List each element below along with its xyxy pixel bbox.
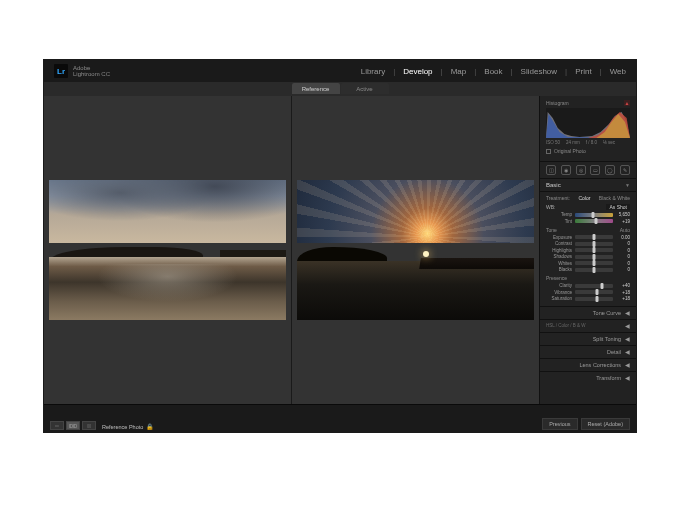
histogram-title: Histogram <box>546 100 569 106</box>
whites-value[interactable]: 0 <box>616 261 630 266</box>
histogram-section: Histogram ▲ ISO 50 24 mm f / 8.0 ⅛ sec <box>540 96 636 162</box>
chevron-down-icon: ▼ <box>625 182 630 188</box>
contrast-slider[interactable]: Contrast0 <box>546 241 630 246</box>
brush-tool-icon[interactable]: ✎ <box>620 165 630 175</box>
tab-active[interactable]: Active <box>341 83 389 94</box>
original-photo-checkbox[interactable] <box>546 149 551 154</box>
view-mode-buttons: ▭ ◫◫ ▯▯ <box>50 421 96 430</box>
reference-photo <box>49 180 286 320</box>
spot-tool-icon[interactable]: ◉ <box>561 165 571 175</box>
chevron-left-icon: ◀ <box>625 310 630 316</box>
reference-photo-indicator: Reference Photo 🔒 <box>102 423 153 430</box>
vibrance-label: Vibrance <box>546 290 572 295</box>
exif-aperture: f / 8.0 <box>586 140 597 145</box>
loupe-view-button[interactable]: ▭ <box>50 421 64 430</box>
temp-value[interactable]: 5,650 <box>616 212 630 217</box>
transform-panel-header[interactable]: Transform◀ <box>540 371 636 384</box>
contrast-value[interactable]: 0 <box>616 241 630 246</box>
before-after-button[interactable]: ▯▯ <box>82 421 96 430</box>
reference-pane[interactable] <box>44 96 291 404</box>
clarity-slider[interactable]: Clarity+40 <box>546 283 630 288</box>
clarity-label: Clarity <box>546 283 572 288</box>
chevron-left-icon: ◀ <box>625 323 630 329</box>
treatment-label: Treatment: <box>546 195 570 201</box>
clarity-value[interactable]: +40 <box>616 283 630 288</box>
brand-line2: Lightroom CC <box>73 71 110 77</box>
highlights-slider[interactable]: Highlights0 <box>546 248 630 253</box>
original-photo-row[interactable]: Original Photo <box>546 145 630 157</box>
module-slideshow[interactable]: Slideshow <box>521 67 557 76</box>
module-library[interactable]: Library <box>361 67 385 76</box>
tab-reference[interactable]: Reference <box>292 83 340 94</box>
lock-icon[interactable]: 🔒 <box>146 423 153 430</box>
basic-title: Basic <box>546 182 561 188</box>
tone-label: Tone <box>546 227 557 233</box>
blacks-slider[interactable]: Blacks0 <box>546 267 630 272</box>
whites-slider[interactable]: Whites0 <box>546 261 630 266</box>
auto-button[interactable]: Auto <box>620 227 630 233</box>
active-pane[interactable] <box>291 96 539 404</box>
tool-strip: ◫ ◉ ◎ ▭ ◯ ✎ <box>540 162 636 179</box>
lens-panel-header[interactable]: Lens Corrections◀ <box>540 358 636 371</box>
lr-logo-icon: Lr <box>54 64 68 78</box>
blacks-value[interactable]: 0 <box>616 267 630 272</box>
wb-label: WB: <box>546 204 555 210</box>
module-book[interactable]: Book <box>484 67 502 76</box>
module-print[interactable]: Print <box>575 67 591 76</box>
brand-text: Adobe Lightroom CC <box>73 65 110 77</box>
hsl-label: HSL / Color / B & W <box>546 323 586 328</box>
vibrance-slider[interactable]: Vibrance+18 <box>546 290 630 295</box>
tint-value[interactable]: +19 <box>616 219 630 224</box>
basic-panel-header[interactable]: Basic ▼ <box>540 179 636 192</box>
redeye-tool-icon[interactable]: ◎ <box>576 165 586 175</box>
exif-iso: ISO 50 <box>546 140 560 145</box>
right-panel: Histogram ▲ ISO 50 24 mm f / 8.0 ⅛ sec <box>539 96 636 404</box>
module-map[interactable]: Map <box>451 67 467 76</box>
module-picker: Library| Develop| Map| Book| Slideshow| … <box>361 67 626 76</box>
histogram[interactable] <box>546 108 630 138</box>
wb-dropdown[interactable]: As Shot <box>606 204 630 210</box>
top-bar: Lr Adobe Lightroom CC Library| Develop| … <box>44 60 636 82</box>
crop-tool-icon[interactable]: ◫ <box>546 165 556 175</box>
shadows-value[interactable]: 0 <box>616 254 630 259</box>
temp-label: Temp <box>546 212 572 217</box>
tint-label: Tint <box>546 219 572 224</box>
module-web[interactable]: Web <box>610 67 626 76</box>
chevron-left-icon: ◀ <box>625 362 630 368</box>
exposure-slider[interactable]: Exposure0.00 <box>546 235 630 240</box>
hsl-panel-header[interactable]: HSL / Color / B & W◀ <box>540 319 636 332</box>
module-develop[interactable]: Develop <box>403 67 432 76</box>
exposure-value[interactable]: 0.00 <box>616 235 630 240</box>
tint-slider[interactable]: Tint+19 <box>546 219 630 224</box>
highlights-label: Highlights <box>546 248 572 253</box>
blacks-label: Blacks <box>546 267 572 272</box>
detail-panel-header[interactable]: Detail◀ <box>540 345 636 358</box>
previous-button[interactable]: Previous <box>542 418 577 430</box>
tonecurve-panel-header[interactable]: Tone Curve◀ <box>540 306 636 319</box>
exposure-label: Exposure <box>546 235 572 240</box>
reference-photo-label: Reference Photo <box>102 424 143 430</box>
clipping-warning-icon[interactable]: ▲ <box>624 100 630 106</box>
split-label: Split Toning <box>593 336 621 342</box>
exif-focal: 24 mm <box>566 140 580 145</box>
radial-tool-icon[interactable]: ◯ <box>605 165 615 175</box>
reference-view-button[interactable]: ◫◫ <box>66 421 80 430</box>
highlights-value[interactable]: 0 <box>616 248 630 253</box>
grad-tool-icon[interactable]: ▭ <box>590 165 600 175</box>
active-photo <box>297 180 534 320</box>
treatment-color[interactable]: Color <box>578 195 590 201</box>
reset-button[interactable]: Reset (Adobe) <box>581 418 630 430</box>
app-window: Lr Adobe Lightroom CC Library| Develop| … <box>43 59 637 433</box>
saturation-value[interactable]: +18 <box>616 296 630 301</box>
split-panel-header[interactable]: Split Toning◀ <box>540 332 636 345</box>
detail-label: Detail <box>607 349 621 355</box>
compare-viewer <box>44 96 539 404</box>
vibrance-value[interactable]: +18 <box>616 290 630 295</box>
compare-tabs: Reference Active <box>44 82 636 96</box>
saturation-label: Saturation <box>546 296 572 301</box>
temp-slider[interactable]: Temp5,650 <box>546 212 630 217</box>
saturation-slider[interactable]: Saturation+18 <box>546 296 630 301</box>
treatment-bw[interactable]: Black & White <box>599 195 630 201</box>
whites-label: Whites <box>546 261 572 266</box>
shadows-slider[interactable]: Shadows0 <box>546 254 630 259</box>
